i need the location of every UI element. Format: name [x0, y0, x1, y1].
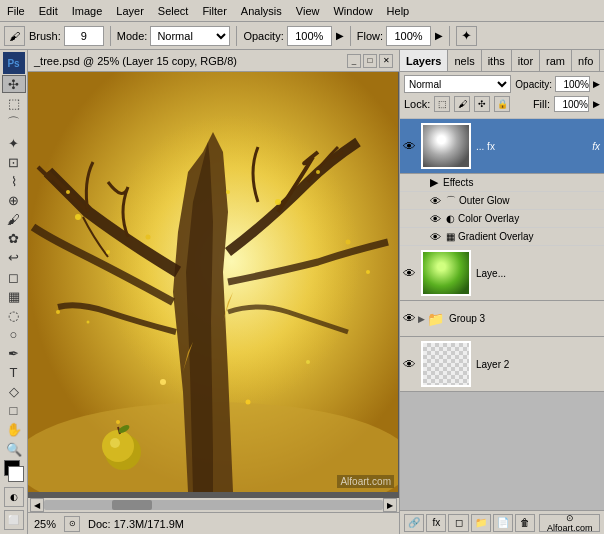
alfoart-link[interactable]: ⊙ Alfoart.com — [539, 514, 600, 532]
menu-image[interactable]: Image — [65, 3, 110, 19]
effect-eye-1[interactable]: 👁 — [430, 195, 441, 207]
h-scrollbar[interactable]: ◀ ▶ — [28, 498, 399, 512]
new-group-btn[interactable]: 📁 — [471, 514, 491, 532]
tab-info[interactable]: nfo — [572, 50, 600, 71]
tool-gradient[interactable]: ▦ — [2, 287, 26, 305]
blend-mode-select[interactable]: Normal — [150, 26, 230, 46]
lock-transparent-btn[interactable]: ⬚ — [434, 96, 450, 112]
effect-color-overlay[interactable]: 👁 ◐ Color Overlay — [400, 210, 604, 228]
tool-marquee[interactable]: ⬚ — [2, 94, 26, 112]
tab-actions[interactable]: ram — [540, 50, 572, 71]
tool-clone[interactable]: ✿ — [2, 230, 26, 248]
screen-mode-btn[interactable]: ⬜ — [4, 510, 24, 530]
flow-toggle-btn[interactable]: ▶ — [435, 30, 443, 41]
tool-crop[interactable]: ⊡ — [2, 153, 26, 171]
layer-visibility-2[interactable]: 👁 — [400, 311, 418, 326]
tool-path[interactable]: ◇ — [2, 383, 26, 401]
layer-item-0[interactable]: 👁 ... fx fx — [400, 119, 604, 174]
lock-move-btn[interactable]: ✣ — [474, 96, 490, 112]
tool-healing[interactable]: ⊕ — [2, 192, 26, 210]
link-layers-btn[interactable]: 🔗 — [404, 514, 424, 532]
menu-file[interactable]: File — [0, 3, 32, 19]
tab-channels[interactable]: nels — [448, 50, 481, 71]
scroll-left-btn[interactable]: ◀ — [30, 498, 44, 512]
tool-zoom[interactable]: 🔍 — [2, 440, 26, 458]
menu-view[interactable]: View — [289, 3, 327, 19]
h-scroll-thumb[interactable] — [112, 500, 152, 510]
menu-filter[interactable]: Filter — [195, 3, 233, 19]
flow-input[interactable] — [386, 26, 431, 46]
effect-eye-3[interactable]: 👁 — [430, 231, 441, 243]
layer-visibility-3[interactable]: 👁 — [400, 357, 418, 372]
menu-layer[interactable]: Layer — [109, 3, 151, 19]
canvas-close[interactable]: ✕ — [379, 54, 393, 68]
menu-help[interactable]: Help — [380, 3, 417, 19]
brush-tool-button[interactable]: 🖌 — [4, 26, 25, 46]
panel-menu-btn[interactable]: ≡ — [600, 55, 604, 66]
canvas-minimize[interactable]: _ — [347, 54, 361, 68]
main-area: Ps ✣ ⬚ ⌒ ✦ ⊡ ⌇ ⊕ 🖌 ✿ ↩ ◻ ▦ ◌ ○ ✒ T ◇ □ ✋… — [0, 50, 604, 534]
layer-item-1[interactable]: 👁 Laye... — [400, 246, 604, 301]
tab-history[interactable]: itor — [512, 50, 540, 71]
tab-paths[interactable]: iths — [482, 50, 512, 71]
effect-eye-2[interactable]: 👁 — [430, 213, 441, 225]
lock-all-btn[interactable]: 🔒 — [494, 96, 510, 112]
brush-size-input[interactable] — [64, 26, 104, 46]
layer-visibility-1[interactable]: 👁 — [400, 266, 418, 281]
layer-visibility-0[interactable]: 👁 — [400, 139, 418, 154]
opacity-label: Opacity: — [515, 79, 552, 90]
scroll-right-btn[interactable]: ▶ — [383, 498, 397, 512]
tool-shape[interactable]: □ — [2, 402, 26, 420]
fill-arrow[interactable]: ▶ — [593, 99, 600, 109]
background-color[interactable] — [8, 466, 24, 482]
layer-fill-input[interactable] — [554, 96, 589, 112]
svg-point-3 — [75, 214, 81, 220]
layer-name-0: ... fx — [476, 141, 590, 152]
delete-layer-btn[interactable]: 🗑 — [515, 514, 535, 532]
group-arrow[interactable]: ▶ — [418, 314, 425, 324]
add-style-btn[interactable]: fx — [426, 514, 446, 532]
lock-brush-btn[interactable]: 🖌 — [454, 96, 470, 112]
effect-collapse-icon[interactable]: ▶ — [430, 176, 438, 189]
tool-lasso[interactable]: ⌒ — [2, 113, 26, 133]
layer-item-3[interactable]: 👁 Layer 2 — [400, 337, 604, 392]
menu-bar: File Edit Image Layer Select Filter Anal… — [0, 0, 604, 22]
tool-hand[interactable]: ✋ — [2, 421, 26, 439]
layer-blend-mode[interactable]: Normal — [404, 75, 511, 93]
separator-1 — [110, 26, 111, 46]
effect-header[interactable]: ▶ Effects — [400, 174, 604, 192]
opacity-input[interactable] — [287, 26, 332, 46]
apple-bw-thumb — [423, 125, 469, 167]
tool-dodge[interactable]: ○ — [2, 325, 26, 343]
tool-magic-wand[interactable]: ✦ — [2, 134, 26, 152]
zoom-btn[interactable]: ⊙ — [64, 516, 80, 532]
effect-header-label: Effects — [443, 177, 473, 188]
tool-pen[interactable]: ✒ — [2, 344, 26, 362]
canvas-content[interactable]: Alfoart.com — [28, 72, 399, 498]
menu-edit[interactable]: Edit — [32, 3, 65, 19]
quick-mask-btn[interactable]: ◐ — [4, 487, 24, 507]
opacity-toggle-btn[interactable]: ▶ — [336, 30, 344, 41]
effect-outer-glow[interactable]: 👁 ⌒ Outer Glow — [400, 192, 604, 210]
color-swatches[interactable] — [2, 460, 26, 482]
h-scroll-track[interactable] — [44, 500, 383, 510]
tool-move[interactable]: ✣ — [2, 75, 26, 93]
tab-layers[interactable]: Layers — [400, 50, 448, 71]
effect-gradient-overlay[interactable]: 👁 ▦ Gradient Overlay — [400, 228, 604, 246]
new-layer-btn[interactable]: 📄 — [493, 514, 513, 532]
airbrush-button[interactable]: ✦ — [456, 26, 477, 46]
tool-blur[interactable]: ◌ — [2, 306, 26, 324]
menu-select[interactable]: Select — [151, 3, 196, 19]
tool-text[interactable]: T — [2, 364, 26, 382]
layer-opacity-input[interactable] — [555, 76, 590, 92]
tool-eraser[interactable]: ◻ — [2, 268, 26, 286]
tool-eyedropper[interactable]: ⌇ — [2, 172, 26, 190]
tool-history-brush[interactable]: ↩ — [2, 249, 26, 267]
opacity-arrow[interactable]: ▶ — [593, 79, 600, 89]
menu-window[interactable]: Window — [326, 3, 379, 19]
add-mask-btn[interactable]: ◻ — [448, 514, 468, 532]
layer-item-2[interactable]: 👁 ▶ 📁 Group 3 — [400, 301, 604, 337]
menu-analysis[interactable]: Analysis — [234, 3, 289, 19]
canvas-maximize[interactable]: □ — [363, 54, 377, 68]
tool-brush[interactable]: 🖌 — [2, 211, 26, 229]
